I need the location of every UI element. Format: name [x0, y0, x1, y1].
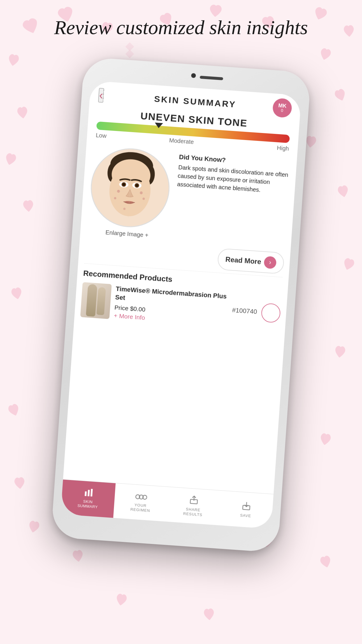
product-image [80, 282, 112, 319]
read-more-arrow-icon: › [263, 256, 277, 269]
tube-1 [86, 284, 98, 317]
regimen-icon [135, 492, 147, 503]
back-button[interactable]: ‹ [98, 88, 104, 102]
read-more-button[interactable]: Read More › [217, 248, 284, 274]
scale-indicator [154, 123, 163, 128]
product-tubes [86, 284, 106, 317]
cart-icon: MK [278, 103, 287, 109]
svg-rect-20 [85, 491, 87, 496]
bottom-nav: SKINSUMMARY YOURREGIMEN [61, 479, 274, 529]
info-box: Did You Know? Dark spots and skin discol… [173, 152, 291, 248]
info-text: Dark spots and skin discoloration are of… [177, 163, 290, 196]
face-image [88, 146, 172, 230]
nav-label-share-results: SHARERESULTS [183, 507, 203, 517]
skin-summary-icon [84, 489, 93, 499]
svg-rect-22 [90, 489, 93, 496]
phone-frame: ‹ SKIN SUMMARY MK 0 UNEVEN SKIN TONE [51, 57, 311, 553]
page-title: Review customized skin insights [6, 16, 356, 39]
phone-mockup: ‹ SKIN SUMMARY MK 0 UNEVEN SKIN TONE [51, 57, 311, 553]
svg-rect-21 [87, 490, 90, 496]
header-title: SKIN SUMMARY [154, 94, 237, 110]
nav-item-your-regimen[interactable]: YOURREGIMEN [113, 483, 168, 522]
front-camera [191, 73, 196, 78]
scale-label-moderate: Moderate [169, 137, 194, 146]
nav-item-share-results[interactable]: SHARERESULTS [166, 487, 221, 525]
share-icon [189, 495, 198, 507]
face-container: Enlarge Image + [86, 146, 174, 240]
nav-label-skin-summary: SKINSUMMARY [77, 499, 98, 509]
product-info: TimeWise® Microdermabrasion Plus Set Pri… [114, 285, 229, 327]
nav-item-skin-summary[interactable]: SKINSUMMARY [61, 480, 116, 518]
screen-content: ‹ SKIN SUMMARY MK 0 UNEVEN SKIN TONE [61, 81, 301, 529]
speaker [200, 76, 223, 80]
enlarge-image-label[interactable]: Enlarge Image + [105, 229, 149, 239]
main-content: Enlarge Image + Did You Know? Dark spots… [80, 141, 297, 253]
save-icon [242, 501, 251, 513]
scale-label-high: High [277, 145, 289, 152]
product-select-button[interactable] [261, 303, 281, 323]
nav-label-save: SAVE [240, 513, 251, 518]
nav-item-save[interactable]: SAVE [219, 491, 274, 529]
cart-count: 0 [281, 108, 283, 113]
product-sku: #100740 [232, 306, 257, 316]
scale-label-low: Low [96, 132, 107, 139]
nav-label-your-regimen: YOURREGIMEN [130, 503, 151, 513]
tube-2 [96, 287, 106, 315]
cart-badge[interactable]: MK 0 [272, 98, 292, 118]
phone-screen: ‹ SKIN SUMMARY MK 0 UNEVEN SKIN TONE [61, 81, 301, 529]
read-more-label: Read More [225, 255, 261, 266]
